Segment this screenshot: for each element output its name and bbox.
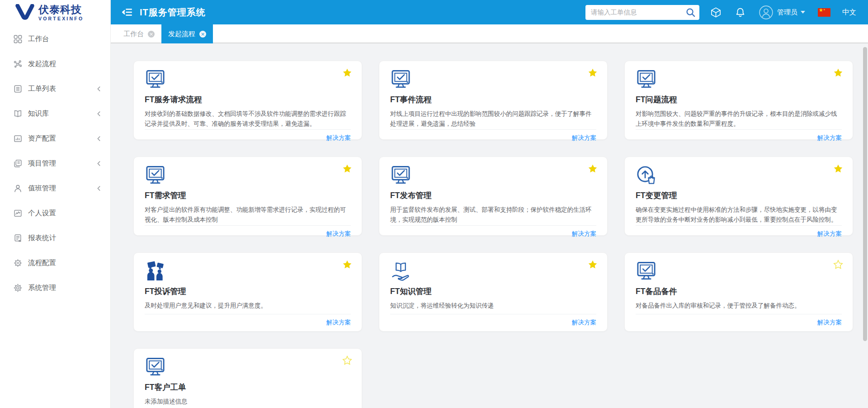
solution-link[interactable]: 解决方案 (572, 319, 596, 326)
scrollbar-thumb[interactable] (863, 47, 867, 341)
change-upload-icon (636, 165, 657, 186)
person-icon (14, 184, 22, 193)
solution-link[interactable]: 解决方案 (572, 230, 596, 237)
sidebar-item-label: 个人设置 (28, 209, 56, 218)
solution-link[interactable]: 解决方案 (326, 230, 351, 237)
favorite-star-icon[interactable] (833, 260, 843, 270)
notification-bell-icon[interactable] (735, 7, 745, 18)
solution-link[interactable]: 解决方案 (572, 134, 596, 141)
china-flag-icon[interactable]: ★ ★ (818, 8, 830, 17)
asset-chart-icon (14, 134, 22, 143)
sidebar-item-label: 报表统计 (28, 233, 56, 243)
search-input[interactable] (585, 5, 699, 20)
search-icon[interactable] (685, 7, 696, 18)
card-description: 对备品备件出入库的审核和记录，便于管控及了解备件动态。 (636, 301, 842, 311)
favorite-star-icon[interactable] (342, 260, 352, 270)
sidebar-item[interactable]: 资产配置 (0, 126, 110, 151)
favorite-star-icon[interactable] (588, 68, 598, 78)
solution-link[interactable]: 解决方案 (326, 319, 351, 326)
process-card[interactable]: FT发布管理 用于监督软件发布的发展、测试、部署和支持阶段；保护软件稳定的生活环… (379, 157, 608, 236)
chevron-left-icon (96, 185, 101, 191)
card-title: FT服务请求流程 (145, 94, 351, 105)
process-card[interactable]: FT需求管理 对客户提出的软件原有功能调整、功能新增等需求进行记录，实现过程的可… (133, 157, 362, 236)
app-window: 伏泰科技 VORTEXINFO 工作台 发起流程 (0, 0, 868, 408)
sidebar-item-label: 知识库 (28, 109, 49, 119)
favorite-star-icon[interactable] (588, 260, 598, 270)
card-footer: 解决方案 (145, 225, 351, 238)
sidebar-item[interactable]: 个人设置 (0, 201, 110, 226)
card-description: 对线上项目运行过程中出现的影响范围较小的问题跟踪记录，便于了解事件处理进展，避免… (390, 109, 596, 129)
main-area: IT服务管理系统 管理员 ★ ★ 中文 (111, 0, 868, 408)
sidebar-item[interactable]: 工单列表 (0, 76, 110, 101)
card-description: 确保在变更实施过程中使用标准的方法和步骤，尽快地实施变更，以将由变更所导致的业务… (636, 205, 842, 225)
sidebar-item-label: 项目管理 (28, 159, 56, 168)
process-card[interactable]: FT投诉管理 及时处理用户意见和建议，提升用户满意度。 解决方案 (133, 252, 362, 332)
sidebar-collapse-icon[interactable] (122, 8, 132, 16)
solution-link[interactable]: 解决方案 (817, 134, 842, 141)
monitor-check-icon (145, 165, 166, 186)
user-name: 管理员 (777, 8, 797, 17)
favorite-star-icon[interactable] (342, 68, 352, 78)
favorite-star-icon[interactable] (342, 164, 352, 174)
card-description: 对客户提出的软件原有功能调整、功能新增等需求进行记录，实现过程的可视化、版本控制… (145, 205, 351, 225)
process-card[interactable]: FT变更管理 确保在变更实施过程中使用标准的方法和步骤，尽快地实施变更，以将由变… (624, 157, 853, 236)
solution-link[interactable]: 解决方案 (817, 319, 842, 326)
sidebar-item[interactable]: 流程配置 (0, 251, 110, 275)
complaint-people-icon (145, 261, 166, 282)
process-card-grid: FT服务请求流程 对接收到的基础数据修改、文档回填等不涉及软件功能调整的需求进行… (133, 61, 868, 408)
apps-cube-icon[interactable] (710, 7, 722, 18)
sidebar-item[interactable]: 报表统计 (0, 226, 110, 251)
tab-label: 工作台 (123, 30, 144, 38)
monitor-check-icon (145, 69, 166, 90)
sidebar-item[interactable]: 系统管理 (0, 275, 110, 300)
card-description: 未添加描述信息 (145, 397, 351, 407)
top-header: IT服务管理系统 管理员 ★ ★ 中文 (111, 0, 868, 24)
user-menu[interactable]: 管理员 (759, 5, 805, 19)
sidebar-item[interactable]: 值班管理 (0, 176, 110, 201)
vortexinfo-logo-icon (15, 4, 34, 21)
company-name: 伏泰科技 (38, 4, 84, 15)
favorite-star-icon[interactable] (833, 164, 843, 174)
process-gear-icon (14, 259, 22, 267)
project-docs-icon (14, 159, 22, 168)
sidebar-item-label: 工单列表 (28, 84, 56, 94)
solution-link[interactable]: 解决方案 (326, 134, 351, 141)
process-card[interactable]: FT事件流程 对线上项目运行过程中出现的影响范围较小的问题跟踪记录，便于了解事件… (379, 61, 608, 140)
solution-link[interactable]: 解决方案 (817, 230, 842, 237)
sidebar-menu: 工作台 发起流程 工单列表 知识库 (0, 25, 110, 300)
sidebar-item[interactable]: 知识库 (0, 101, 110, 126)
favorite-star-icon[interactable] (342, 356, 352, 365)
process-card[interactable]: FT客户工单 未添加描述信息 解决方案 (133, 348, 362, 408)
chevron-left-icon (96, 161, 101, 166)
card-title: FT投诉管理 (145, 286, 351, 297)
logo: 伏泰科技 VORTEXINFO (0, 0, 110, 25)
process-card[interactable]: FT备品备件 对备品备件出入库的审核和记录，便于管控及了解备件动态。 解决方案 (624, 252, 853, 332)
card-footer: 解决方案 (636, 129, 842, 142)
gear-icon (14, 284, 22, 292)
process-card[interactable]: FT问题流程 对影响范围较大、问题较严重的事件的升级记录，根本目的是消除或减少线… (624, 61, 853, 140)
card-footer: 解决方案 (390, 314, 596, 331)
process-card[interactable]: FT知识管理 知识沉淀，将运维经验转化为知识传递 解决方案 (379, 252, 608, 332)
sidebar-item[interactable]: 项目管理 (0, 151, 110, 176)
sidebar-item[interactable]: 发起流程 (0, 52, 110, 76)
avatar (759, 5, 773, 19)
language-switcher[interactable]: 中文 (842, 8, 856, 17)
company-name-en: VORTEXINFO (38, 16, 84, 21)
tab[interactable]: 发起流程 × (161, 24, 213, 43)
worklist-icon (14, 85, 22, 93)
sidebar-item[interactable]: 工作台 (0, 27, 110, 52)
header-right: 管理员 ★ ★ 中文 (585, 5, 856, 20)
favorite-star-icon[interactable] (588, 164, 598, 174)
favorite-star-icon[interactable] (833, 68, 843, 78)
monitor-check-icon (636, 261, 657, 282)
caret-down-icon (801, 11, 805, 14)
chevron-left-icon (96, 86, 101, 92)
card-footer: 解决方案 (636, 314, 842, 331)
close-icon[interactable]: × (148, 31, 155, 38)
line-chart-icon (14, 209, 22, 218)
sidebar-item-label: 值班管理 (28, 184, 56, 193)
close-icon[interactable]: × (199, 31, 206, 38)
flow-icon (14, 60, 22, 68)
process-card[interactable]: FT服务请求流程 对接收到的基础数据修改、文档回填等不涉及软件功能调整的需求进行… (133, 61, 362, 140)
tab[interactable]: 工作台 × (117, 24, 161, 43)
